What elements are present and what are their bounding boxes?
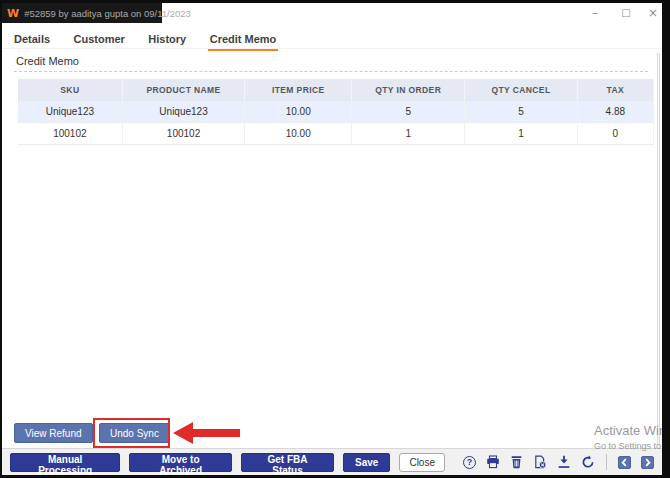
table-cell: 1	[352, 123, 465, 145]
tab-bar: Details Customer History Credit Memo	[2, 23, 662, 49]
refresh-icon[interactable]	[581, 455, 595, 469]
annotation-arrow-icon	[173, 422, 193, 444]
close-button[interactable]: Close	[399, 453, 445, 472]
watermark-line1: Activate Win	[594, 423, 662, 438]
tab-history[interactable]: History	[146, 33, 188, 49]
help-icon[interactable]: ?	[463, 456, 476, 469]
title-bar: W #52859 by aaditya gupta on 09/11/2023 …	[2, 3, 662, 23]
table-cell: 1	[465, 123, 577, 145]
annotation-arrow-shaft	[192, 429, 240, 437]
window-maximize-button[interactable]: □	[617, 3, 635, 23]
move-to-archived-button[interactable]: Move to Archived	[129, 453, 232, 472]
window-title: #52859 by aaditya gupta on 09/11/2023	[24, 8, 191, 19]
chevron-left-icon	[619, 457, 630, 468]
dashed-divider	[14, 71, 648, 72]
app-window: W #52859 by aaditya gupta on 09/11/2023 …	[2, 3, 662, 475]
tab-details[interactable]: Details	[12, 33, 52, 49]
table-cell: Unique123	[122, 101, 245, 123]
table-cell: 10.00	[245, 123, 352, 145]
column-header-tax[interactable]: TAX	[577, 79, 653, 101]
table-cell: 5	[352, 101, 465, 123]
next-page-button[interactable]	[641, 456, 654, 469]
column-header-qty-cancel[interactable]: QTY CANCEL	[465, 79, 577, 101]
table-cell: 0	[577, 123, 653, 145]
annotation-highlight-box	[93, 418, 170, 448]
app-logo-icon: W	[7, 8, 19, 19]
table-cell: 4.88	[577, 101, 653, 123]
panel-title: Credit Memo	[16, 55, 79, 67]
table-header-row: SKU PRODUCT NAME ITEM PRICE QTY IN ORDER…	[18, 79, 654, 101]
tab-credit-memo[interactable]: Credit Memo	[208, 33, 279, 51]
column-header-product-name[interactable]: PRODUCT NAME	[122, 79, 245, 101]
toolbar-divider	[606, 454, 607, 470]
print-icon[interactable]	[486, 455, 500, 469]
void-document-icon[interactable]	[533, 455, 547, 469]
activation-watermark: Activate Win Go to Settings to	[594, 423, 662, 451]
toolbar-icon-group: ?	[463, 454, 654, 470]
table-cell: 10.00	[245, 101, 352, 123]
chevron-right-icon	[642, 457, 653, 468]
save-button[interactable]: Save	[343, 453, 390, 472]
view-refund-button[interactable]: View Refund	[14, 423, 93, 443]
manual-processing-button[interactable]: Manual Processing	[10, 453, 120, 472]
bottom-toolbar: Manual Processing Move to Archived Get F…	[2, 448, 662, 475]
table-cell: 5	[465, 101, 577, 123]
table-cell: 100102	[18, 123, 122, 145]
column-header-sku[interactable]: SKU	[18, 79, 122, 101]
table-cell: Unique123	[18, 101, 122, 123]
column-header-item-price[interactable]: ITEM PRICE	[245, 79, 352, 101]
download-icon[interactable]	[557, 455, 571, 469]
tab-customer[interactable]: Customer	[72, 33, 127, 49]
credit-memo-table: SKU PRODUCT NAME ITEM PRICE QTY IN ORDER…	[18, 79, 654, 145]
table-row-selected[interactable]: Unique123 Unique123 10.00 5 5 4.88	[18, 101, 654, 123]
get-fba-status-button[interactable]: Get FBA Status	[241, 453, 334, 472]
delete-icon[interactable]	[510, 455, 523, 469]
table-row[interactable]: 100102 100102 10.00 1 1 0	[18, 123, 654, 145]
window-minimize-button[interactable]: –	[586, 3, 604, 23]
table-cell: 100102	[122, 123, 245, 145]
prev-page-button[interactable]	[618, 456, 631, 469]
window-close-button[interactable]: ×	[644, 3, 662, 23]
vertical-scrollbar[interactable]	[657, 53, 660, 445]
title-bar-caption: W #52859 by aaditya gupta on 09/11/2023	[2, 3, 162, 23]
column-header-qty-in-order[interactable]: QTY IN ORDER	[352, 79, 465, 101]
